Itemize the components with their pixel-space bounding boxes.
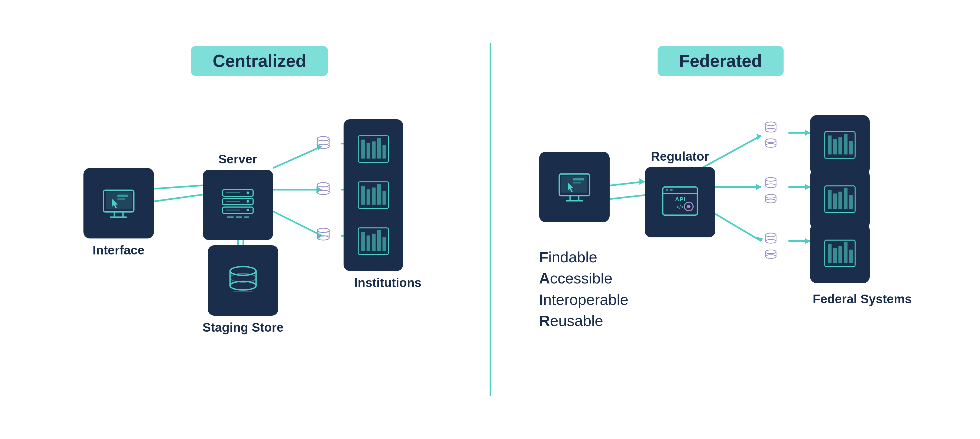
federated-header: Federated (657, 46, 784, 76)
federal-systems-label-container: Federal Systems (813, 287, 912, 306)
svg-point-124 (765, 194, 776, 198)
svg-rect-57 (382, 145, 386, 159)
right-panel: Federated (491, 30, 951, 409)
diagram-wrapper: Centralized (30, 30, 951, 409)
svg-point-31 (247, 191, 249, 194)
svg-rect-55 (372, 142, 375, 159)
svg-rect-77 (372, 234, 375, 251)
svg-point-107 (670, 189, 673, 191)
fair-line-1: Findable (539, 247, 628, 268)
svg-rect-140 (844, 134, 848, 154)
db3-icon (312, 224, 334, 246)
staging-node: Staging Store (203, 245, 284, 335)
svg-rect-78 (377, 230, 381, 251)
svg-rect-102 (573, 178, 584, 180)
federal2-box (810, 169, 870, 229)
fair-f: F (539, 248, 548, 266)
staging-box (208, 245, 278, 316)
right-diagram: Regulator API </> (517, 97, 924, 355)
svg-point-115 (765, 129, 776, 132)
svg-rect-66 (372, 188, 375, 205)
svg-rect-137 (828, 135, 832, 154)
page-container: Centralized (0, 0, 980, 439)
svg-text:</>: </> (676, 204, 684, 210)
bot-db-top (761, 230, 780, 247)
svg-rect-79 (382, 237, 386, 251)
svg-rect-151 (838, 246, 842, 263)
right-interface-box (539, 152, 609, 222)
fair-i-rest: nteroperable (543, 291, 628, 308)
svg-rect-146 (844, 188, 848, 209)
svg-rect-64 (361, 186, 365, 205)
svg-point-132 (765, 250, 776, 254)
db1 (312, 133, 334, 156)
svg-rect-138 (833, 139, 837, 154)
svg-rect-153 (849, 250, 853, 263)
fair-a: A (539, 270, 550, 287)
interface-label: Interface (93, 243, 145, 258)
svg-point-127 (765, 199, 776, 203)
svg-rect-152 (844, 242, 848, 263)
fair-f-rest: indable (548, 248, 597, 266)
left-panel: Centralized (30, 30, 490, 409)
server-label: Server (218, 152, 257, 166)
svg-point-33 (247, 209, 249, 212)
fair-line-4: Reusable (539, 310, 628, 331)
top-db-top (761, 119, 780, 135)
fair-line-2: Accessible (539, 268, 628, 289)
svg-rect-103 (573, 182, 581, 183)
regulator-box: API </> (645, 167, 715, 237)
svg-rect-149 (828, 244, 832, 263)
federal2 (810, 169, 870, 229)
federal1-icon (821, 126, 859, 164)
server-box (203, 170, 273, 240)
db1-icon (312, 133, 334, 154)
interface-box (83, 168, 154, 239)
svg-rect-141 (849, 141, 853, 154)
regulator-label: Regulator (651, 149, 709, 164)
fair-a-rest: ccessible (550, 270, 612, 287)
institution1-icon (355, 130, 392, 168)
svg-rect-139 (838, 137, 842, 154)
svg-marker-87 (756, 184, 761, 190)
svg-rect-27 (117, 198, 125, 200)
federal3-icon (821, 234, 859, 272)
federal1-box (810, 115, 870, 175)
institutions-label-container: Institutions (355, 271, 422, 290)
fair-r: R (539, 312, 550, 329)
regulator-icon: API </> (659, 180, 702, 224)
svg-text:API: API (675, 196, 685, 203)
svg-point-128 (765, 233, 776, 237)
svg-rect-75 (361, 232, 365, 251)
svg-rect-65 (366, 189, 370, 205)
svg-marker-91 (805, 130, 810, 136)
svg-rect-145 (838, 192, 842, 209)
svg-rect-68 (382, 191, 386, 205)
mid-db-pair (761, 175, 780, 204)
bot-db-bot (761, 249, 780, 259)
svg-rect-143 (828, 190, 832, 209)
svg-point-119 (765, 144, 776, 148)
institution2-icon (355, 176, 392, 214)
institution3-icon (355, 222, 392, 260)
svg-point-112 (765, 122, 776, 126)
federal1 (810, 115, 870, 175)
left-diagram: Interface Server (70, 97, 449, 342)
svg-marker-81 (640, 178, 645, 185)
db3 (312, 224, 334, 247)
mid-db-top (761, 175, 780, 191)
institution3 (344, 212, 403, 271)
fair-r-rest: eusable (550, 312, 603, 329)
staging-label: Staging Store (203, 320, 284, 335)
svg-rect-53 (361, 140, 365, 159)
federal2-icon (821, 180, 859, 218)
svg-rect-67 (377, 184, 381, 205)
svg-marker-85 (756, 134, 761, 140)
svg-rect-76 (366, 235, 370, 251)
right-interface-icon (553, 165, 596, 209)
server-icon (216, 183, 259, 227)
staging-icon (221, 259, 265, 302)
db2-icon (312, 179, 334, 200)
interface-icon (97, 181, 140, 225)
svg-point-32 (247, 200, 249, 203)
